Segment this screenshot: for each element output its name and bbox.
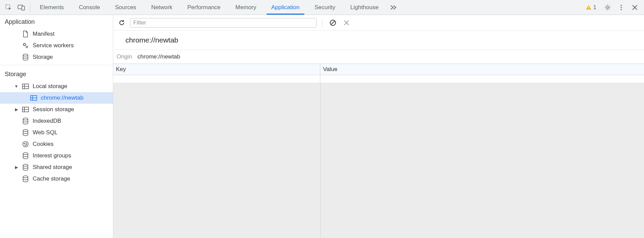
tab-memory[interactable]: Memory [228, 0, 264, 15]
sidebar-item-localstorage-origin[interactable]: chrome://newtab [0, 92, 113, 104]
content-area: Application Manifest Service workers [0, 15, 644, 238]
inspect-element-icon[interactable] [2, 1, 15, 14]
svg-point-5 [607, 6, 609, 8]
panel-tabs: Elements Console Sources Network Perform… [32, 0, 582, 15]
toolbar-right: 1 [582, 2, 642, 13]
column-resizer[interactable] [320, 83, 321, 238]
tab-label: Elements [40, 4, 64, 11]
svg-rect-2 [22, 6, 24, 10]
sidebar-label: Local storage [33, 83, 67, 90]
filter-input[interactable] [130, 18, 317, 28]
sidebar-item-cookies[interactable]: Cookies [0, 138, 113, 150]
chevron-down-icon: ▼ [14, 84, 18, 89]
sidebar-item-indexeddb[interactable]: IndexedDB [0, 115, 113, 127]
sidebar-item-interest-groups[interactable]: Interest groups [0, 150, 113, 162]
sidebar-section-application: Application [0, 15, 113, 28]
tab-label: Console [79, 4, 100, 11]
sidebar-item-cache-storage[interactable]: Cache storage [0, 173, 113, 185]
clear-all-icon[interactable] [328, 18, 338, 28]
sidebar-item-websql[interactable]: Web SQL [0, 127, 113, 138]
svg-point-6 [621, 5, 622, 6]
sidebar-item-storage-overview[interactable]: Storage [0, 51, 113, 63]
tab-network[interactable]: Network [144, 0, 180, 15]
tab-security[interactable]: Security [307, 0, 343, 15]
database-icon [22, 118, 29, 124]
file-icon [22, 31, 29, 37]
svg-rect-4 [588, 8, 589, 9]
sidebar-item-shared-storage[interactable]: ▶ Shared storage [0, 162, 113, 173]
svg-point-10 [26, 46, 28, 48]
svg-point-19 [26, 143, 27, 143]
database-icon [22, 152, 29, 159]
svg-point-17 [23, 141, 28, 147]
table-row[interactable] [113, 75, 644, 83]
database-icon [22, 175, 29, 182]
delete-selected-icon[interactable] [341, 18, 352, 28]
sidebar-label: Web SQL [33, 129, 57, 136]
issues-warning-button[interactable]: 1 [582, 4, 600, 11]
sidebar-label: IndexedDB [33, 118, 61, 124]
svg-point-21 [26, 144, 27, 145]
sidebar-label: Cookies [33, 141, 53, 148]
svg-point-8 [621, 9, 622, 10]
svg-point-24 [23, 176, 28, 178]
origin-title: chrome://newtab [113, 31, 644, 50]
svg-point-11 [23, 54, 28, 56]
svg-point-23 [23, 164, 28, 166]
sidebar-item-manifest[interactable]: Manifest [0, 28, 113, 40]
warning-count: 1 [593, 4, 596, 11]
grid-icon [30, 95, 37, 101]
sidebar-label: Service workers [33, 42, 74, 49]
tab-label: Security [315, 4, 335, 11]
tab-sources[interactable]: Sources [107, 0, 143, 15]
main-panel: chrome://newtab Origin chrome://newtab K… [113, 15, 644, 238]
sidebar-item-session-storage[interactable]: ▶ Session storage [0, 104, 113, 115]
settings-icon[interactable] [602, 2, 613, 13]
tab-lighthouse[interactable]: Lighthouse [343, 0, 386, 15]
chevron-right-icon: ▶ [14, 107, 18, 112]
tab-label: Memory [235, 4, 256, 11]
storage-toolbar [113, 15, 644, 31]
sidebar-item-service-workers[interactable]: Service workers [0, 40, 113, 51]
tab-label: Performance [187, 4, 220, 11]
svg-point-7 [621, 7, 622, 8]
sidebar-label: Session storage [33, 106, 74, 113]
svg-point-20 [25, 145, 26, 146]
table-body[interactable] [113, 75, 644, 238]
tab-label: Sources [115, 4, 136, 11]
close-devtools-icon[interactable] [629, 2, 641, 13]
svg-point-15 [23, 118, 28, 120]
tab-console[interactable]: Console [71, 0, 107, 15]
sidebar-label: Shared storage [33, 164, 72, 171]
tab-performance[interactable]: Performance [180, 0, 228, 15]
sidebar-item-local-storage[interactable]: ▼ Local storage [0, 81, 113, 92]
chevron-right-icon: ▶ [14, 165, 18, 170]
origin-label: Origin [117, 53, 132, 60]
tab-label: Application [271, 4, 300, 11]
column-header-value[interactable]: Value [320, 64, 644, 75]
sidebar-label: Manifest [33, 31, 54, 37]
storage-table: Key Value [113, 64, 644, 238]
more-tabs-icon[interactable] [386, 4, 401, 11]
device-toolbar-icon[interactable] [15, 1, 28, 14]
svg-rect-3 [588, 6, 589, 8]
refresh-icon[interactable] [117, 18, 127, 28]
kebab-menu-icon[interactable] [615, 2, 627, 13]
divider [30, 3, 30, 12]
tab-application[interactable]: Application [264, 0, 307, 15]
divider [322, 19, 322, 27]
tab-label: Network [151, 4, 172, 11]
svg-point-22 [23, 153, 28, 155]
grid-icon [22, 107, 29, 112]
grid-icon [22, 84, 29, 89]
column-header-key[interactable]: Key [113, 64, 320, 75]
sidebar-section-storage: Storage [0, 67, 113, 81]
sidebar-label: Interest groups [33, 152, 71, 159]
sidebar-label: chrome://newtab [41, 95, 84, 101]
table-header: Key Value [113, 64, 644, 75]
svg-point-18 [24, 143, 25, 144]
database-icon [22, 54, 29, 61]
devtools-tab-strip: Elements Console Sources Network Perform… [0, 0, 644, 15]
tab-elements[interactable]: Elements [32, 0, 71, 15]
origin-value: chrome://newtab [137, 53, 180, 60]
